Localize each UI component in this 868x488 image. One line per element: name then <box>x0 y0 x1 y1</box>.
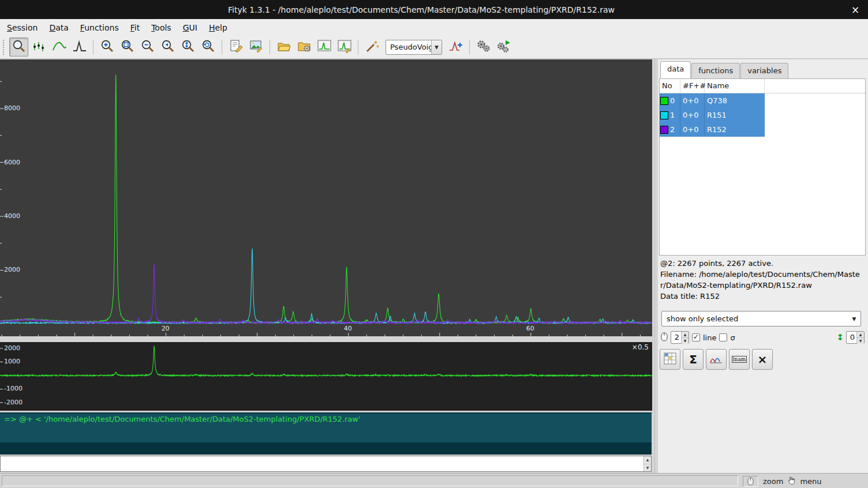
input-history-spinner[interactable]: ▲▼ <box>643 456 651 471</box>
aux-plot-canvas <box>0 342 652 411</box>
column-header-ff: #F+# <box>680 79 705 93</box>
tab-data[interactable]: data <box>660 61 691 78</box>
toolbar-separator <box>469 40 470 55</box>
menu-session[interactable]: Session <box>1 21 43 35</box>
script-edit-icon <box>229 39 244 55</box>
console-selection: => @+ < '/home/aleplo/test/Documents/Che… <box>0 414 652 442</box>
x-axis-label: 40 <box>344 325 352 332</box>
table-row[interactable]: 10+0R151 <box>660 108 765 122</box>
titlebar: Fityk 1.3.1 - /home/aleplo/test/Document… <box>0 0 868 19</box>
magnifier-icon <box>12 39 27 55</box>
mode-background-button[interactable] <box>50 37 69 57</box>
wand-icon <box>365 39 380 55</box>
magnifier-undo-icon <box>201 39 216 55</box>
zoom-vertical-button[interactable] <box>178 37 197 57</box>
menu-functions[interactable]: Functions <box>74 21 125 35</box>
mode-zoom-button[interactable] <box>9 37 28 57</box>
dataset-function-count: 0+0 <box>680 93 705 108</box>
menu-data[interactable]: Data <box>43 21 74 35</box>
x-axis-label: 60 <box>526 325 534 332</box>
dataset-color-swatch <box>660 126 668 134</box>
menu-fit[interactable]: Fit <box>125 21 145 35</box>
aux-plot[interactable]: ×0.5 20001000-1000-2000 <box>0 342 652 411</box>
data-transform-button[interactable] <box>362 37 381 57</box>
show-data-table-button[interactable] <box>660 349 680 370</box>
command-input-row: ▲▼ <box>0 456 652 472</box>
zoom-all-button[interactable] <box>118 37 137 57</box>
mode-data-range-button[interactable] <box>29 37 48 57</box>
pxrd-plot-svg <box>0 342 652 411</box>
edit-script-button[interactable] <box>226 37 245 57</box>
point-size-spinner[interactable]: 0 ▲▼ <box>846 331 865 344</box>
pxrd-plot-svg <box>0 59 652 336</box>
function-type-value: PseudoVoigtA <box>386 43 431 51</box>
spinner-arrows[interactable]: ▲▼ <box>681 332 689 343</box>
output-console[interactable]: 2267 points. No explicit std. dev. Set a… <box>0 412 652 455</box>
table-row[interactable]: 00+0Q738 <box>660 93 765 108</box>
gears-run-icon <box>496 39 511 55</box>
dataset-info-line: @2: 2267 points, 2267 active. <box>660 258 865 269</box>
zoom-out-button[interactable] <box>138 37 157 57</box>
dataset-color-swatch <box>660 97 668 105</box>
sigma-checkbox[interactable]: ✓ <box>719 333 727 341</box>
mouse-indicator-box <box>743 476 758 487</box>
data-table[interactable]: No#F+#Name 00+0Q73810+0R15120+0R152 <box>659 78 866 256</box>
chevron-down-icon[interactable]: ▼ <box>431 40 442 54</box>
menu-help[interactable]: Help <box>203 21 233 35</box>
toolbar-separator <box>270 40 270 55</box>
line-checkbox[interactable]: ✓ <box>692 333 700 341</box>
zoom-undo-button[interactable] <box>199 37 218 57</box>
sum-button[interactable]: Σ <box>683 349 704 370</box>
arrow-down-icon[interactable]: ▼ <box>644 464 651 472</box>
hand-cursor-icon <box>788 476 795 486</box>
open-data-options-button[interactable] <box>294 37 313 57</box>
arrow-up-icon[interactable]: ▲ <box>644 456 651 464</box>
tab-functions[interactable]: functions <box>691 63 740 78</box>
menu-gui[interactable]: GUI <box>177 21 203 35</box>
export-graph-button[interactable] <box>315 37 334 57</box>
data-table-body: 00+0Q73810+0R15120+0R152 <box>660 93 865 137</box>
functions-apply-button[interactable] <box>706 349 727 370</box>
toolbar-separator <box>358 40 358 55</box>
filter-dropdown[interactable]: show only selected ▼ <box>661 311 861 326</box>
rename-button[interactable]: lnam <box>729 349 750 370</box>
chart-frame-edit-icon <box>337 39 352 55</box>
y-axis-label: 2000 <box>4 344 20 352</box>
fit-run-button[interactable] <box>474 37 493 57</box>
session-log-button[interactable] <box>246 37 265 57</box>
point-size-value: 0 <box>847 332 856 343</box>
fityk-window: Fityk 1.3.1 - /home/aleplo/test/Document… <box>0 0 868 488</box>
zoom-prev-button[interactable] <box>158 37 177 57</box>
zoom-in-button[interactable] <box>98 37 117 57</box>
save-image-button[interactable] <box>335 37 354 57</box>
column-header-name: Name <box>705 79 765 93</box>
mode-add-peak-button[interactable] <box>70 37 89 57</box>
fit-continue-button[interactable] <box>494 37 513 57</box>
open-data-button[interactable] <box>274 37 293 57</box>
spinner-arrows[interactable]: ▲▼ <box>856 332 864 343</box>
vertical-splitter[interactable] <box>654 59 655 473</box>
delete-dataset-button[interactable]: × <box>752 349 773 370</box>
rename-label: lnam <box>732 356 747 363</box>
sidebar: datafunctionsvariables No#F+#Name 00+0Q7… <box>658 59 868 473</box>
dataset-color-swatch <box>660 111 668 119</box>
tab-variables[interactable]: variables <box>740 63 788 78</box>
chevron-down-icon[interactable]: ▼ <box>848 311 860 326</box>
magnifier-all-icon <box>120 39 135 55</box>
y-axis-label: 8000 <box>4 104 20 112</box>
menu-tools[interactable]: Tools <box>145 21 177 35</box>
table-row[interactable]: 20+0R152 <box>660 122 765 137</box>
toolbar-separator <box>222 40 222 55</box>
magnifier-minus-icon <box>140 39 155 55</box>
auto-add-peak-button[interactable] <box>446 37 465 57</box>
dataset-number-spinner[interactable]: 2 ▲▼ <box>671 331 689 344</box>
y-axis-label: -2000 <box>4 399 23 406</box>
main-plot[interactable]: 2040602000400060008000 <box>0 59 652 336</box>
peak-draw-icon <box>72 39 87 55</box>
magnifier-vert-icon <box>181 39 196 55</box>
command-input[interactable] <box>0 456 652 472</box>
close-button[interactable]: × <box>843 4 868 16</box>
sigma-checkbox-label: σ <box>730 333 735 342</box>
y-axis-label: 1000 <box>4 358 20 365</box>
function-type-combo[interactable]: PseudoVoigtA▼ <box>386 40 442 55</box>
